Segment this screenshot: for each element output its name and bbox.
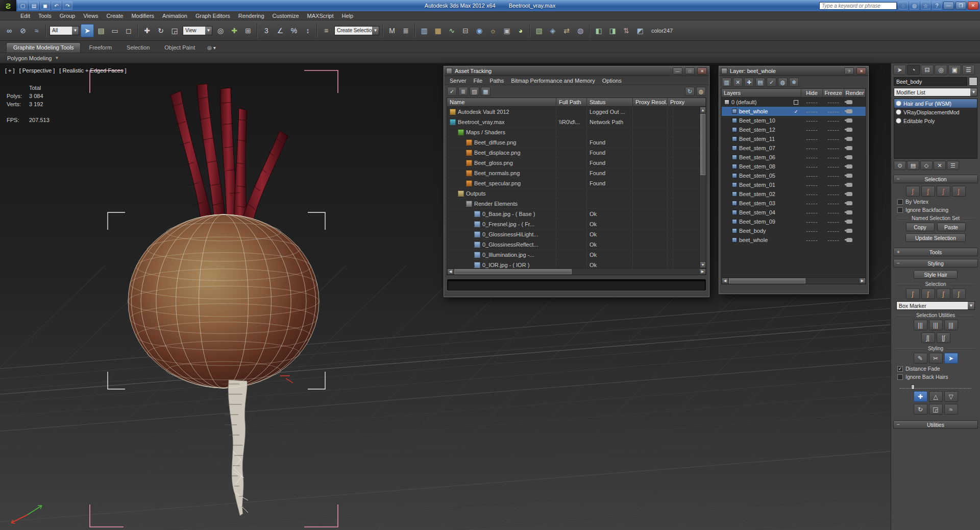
mirror-icon[interactable]: M: [385, 24, 399, 37]
menu-modifiers[interactable]: Modifiers: [127, 11, 158, 20]
pin-stack-button[interactable]: ⊙: [894, 161, 906, 170]
asset-row[interactable]: Beet_specular.pngFound: [447, 178, 701, 188]
column-header-layers[interactable]: Layers: [722, 89, 801, 97]
angle-snap-toggle-icon[interactable]: ∠: [274, 24, 287, 37]
asset-row[interactable]: Beet_gloss.pngFound: [447, 158, 701, 168]
scroll-left-icon[interactable]: ◀: [447, 269, 454, 275]
horizontal-scrollbar[interactable]: ◀ ▶: [722, 277, 866, 284]
render-toggle[interactable]: [844, 107, 854, 116]
scroll-up-icon[interactable]: ▲: [700, 107, 706, 113]
hide-toggle[interactable]: -----: [801, 226, 823, 235]
spinner-snap-toggle-icon[interactable]: ↕: [301, 24, 314, 37]
hide-toggle[interactable]: -----: [801, 134, 823, 143]
freeze-toggle[interactable]: -----: [823, 153, 844, 162]
asset-row[interactable]: Outputs: [447, 188, 701, 199]
hide-toggle[interactable]: -----: [801, 125, 823, 134]
modifier-editable-poly[interactable]: Editable Poly: [894, 116, 977, 125]
column-header-render[interactable]: Render: [844, 89, 866, 97]
column-header-proxy[interactable]: Proxy: [668, 98, 706, 106]
layer-row-beet-stem-04[interactable]: Beet_stem_04----------: [722, 208, 866, 217]
asset-menu-options[interactable]: Options: [599, 78, 625, 84]
use-pivot-point-center-icon[interactable]: ◎: [214, 24, 227, 37]
hide-toggle[interactable]: -----: [801, 199, 823, 208]
shrink-selection-icon[interactable]: |||: [929, 320, 943, 330]
select-strand-icon[interactable]: ʃ: [921, 288, 935, 299]
rendered-frame-window-icon[interactable]: ▣: [500, 24, 513, 37]
hide-toggle[interactable]: -----: [801, 153, 823, 162]
freeze-toggle[interactable]: -----: [823, 116, 844, 125]
layer-row-beet-stem-09[interactable]: Beet_stem_09----------: [722, 217, 866, 226]
layer-row-beet-whole[interactable]: beet_whole----------: [722, 235, 866, 245]
column-header-full-path[interactable]: Full Path: [556, 98, 587, 106]
freeze-toggle[interactable]: -----: [823, 226, 844, 235]
render-toggle[interactable]: [844, 162, 854, 171]
select-and-scale-icon[interactable]: ◲: [168, 24, 181, 37]
asset-row[interactable]: Beetroot_vray.max\\R0\d\...Network Path: [447, 117, 701, 127]
layer-row-0-default[interactable]: 0 (default)----------: [722, 98, 866, 107]
ribbon-tab-graphite-modeling-tools[interactable]: Graphite Modeling Tools: [6, 42, 81, 53]
scrollbar-thumb[interactable]: [700, 114, 705, 175]
custom-toolbar-icon-2[interactable]: ◈: [546, 24, 559, 37]
select-hair-ends-icon[interactable]: ʃ: [906, 186, 920, 197]
named-selection-sets-combo[interactable]: Create Selection Se▼: [334, 26, 379, 35]
menu-edit[interactable]: Edit: [16, 11, 34, 20]
asset-row[interactable]: Render Elements: [447, 199, 701, 209]
select-and-manipulate-icon[interactable]: ✚: [228, 24, 241, 37]
object-name-field[interactable]: Beet_body: [894, 77, 967, 86]
close-button[interactable]: ✕: [968, 2, 978, 10]
render-toggle[interactable]: [844, 116, 854, 125]
hide-layer-icon[interactable]: ◍: [778, 78, 788, 87]
menu-views[interactable]: Views: [79, 11, 102, 20]
hierarchy-tab[interactable]: ⊟: [921, 65, 934, 75]
menu-create[interactable]: Create: [102, 11, 127, 20]
ribbon-tab-object-paint[interactable]: Object Paint: [158, 43, 202, 53]
search-go-icon[interactable]: ◌: [898, 2, 908, 10]
dialog-close-button[interactable]: ✕: [697, 67, 707, 75]
render-setup-icon[interactable]: ☼: [486, 24, 500, 37]
dialog-help-button[interactable]: ?: [844, 67, 854, 75]
render-toggle[interactable]: [844, 125, 854, 134]
hair-brush-icon[interactable]: ✎: [914, 353, 927, 364]
unlink-selection-icon[interactable]: ⊘: [16, 24, 30, 37]
ribbon-tab-selection[interactable]: Selection: [120, 43, 156, 53]
scrollbar-thumb[interactable]: [729, 278, 805, 283]
column-header-freeze[interactable]: Freeze: [823, 89, 844, 97]
delete-layer-icon[interactable]: ✕: [733, 78, 743, 87]
custom-toolbar-icon-3[interactable]: ⇄: [560, 24, 573, 37]
layer-row-beet-stem-05[interactable]: Beet_stem_05----------: [722, 171, 866, 180]
utilities-rollout-header[interactable]: −Utilities: [893, 420, 978, 429]
render-toggle[interactable]: [844, 143, 854, 153]
menu-rendering[interactable]: Rendering: [234, 11, 268, 20]
hide-toggle[interactable]: -----: [801, 171, 823, 180]
select-layer-objects-icon[interactable]: ▤: [755, 78, 765, 87]
dialog-maximize-button[interactable]: □: [685, 67, 695, 75]
asset-menu-paths[interactable]: Paths: [486, 78, 507, 84]
selection-rollout-header[interactable]: −Selection: [893, 175, 978, 183]
select-by-name-icon[interactable]: ▤: [94, 24, 108, 37]
modify-tab[interactable]: ◔: [907, 65, 920, 75]
freeze-toggle[interactable]: -----: [823, 162, 844, 171]
select-whole-strand-icon[interactable]: ʃ: [921, 186, 935, 197]
reference-coordinate-system-combo[interactable]: View▼: [183, 26, 212, 35]
layer-row-beet-stem-02[interactable]: Beet_stem_02----------: [722, 189, 866, 199]
marker-type-dropdown[interactable]: Box Marker ▼: [896, 301, 975, 310]
attenuate-hair-icon[interactable]: ≈: [944, 404, 958, 415]
menu-customize[interactable]: Customize: [268, 11, 303, 20]
add-to-layer-icon[interactable]: ✚: [744, 78, 754, 87]
viewport-menu-shading[interactable]: [ Realistic + Edged Faces ]: [59, 67, 126, 74]
highlight-icon[interactable]: ◍: [696, 87, 706, 96]
custom-toolbar-icon-1[interactable]: ▧: [532, 24, 546, 37]
refresh-icon[interactable]: ↻: [685, 87, 695, 96]
modifier-vraydisplacementmod[interactable]: VRayDisplacementMod: [894, 108, 977, 116]
render-toggle[interactable]: [844, 226, 854, 235]
asset-tracking-status-field[interactable]: [447, 279, 706, 291]
column-header-proxy-resol[interactable]: Proxy Resol...: [633, 98, 668, 106]
menu-tools[interactable]: Tools: [34, 11, 56, 20]
layer-row-beet-stem-06[interactable]: Beet_stem_06----------: [722, 153, 866, 162]
select-and-move-icon[interactable]: ✚: [140, 24, 154, 37]
create-tab[interactable]: ➤: [893, 65, 906, 75]
asset-row[interactable]: 0_GlossinessReflect...Ok: [447, 239, 701, 250]
hide-toggle[interactable]: -----: [801, 180, 823, 189]
layer-row-beet-stem-12[interactable]: Beet_stem_12----------: [722, 125, 866, 134]
render-toggle[interactable]: [844, 199, 854, 208]
